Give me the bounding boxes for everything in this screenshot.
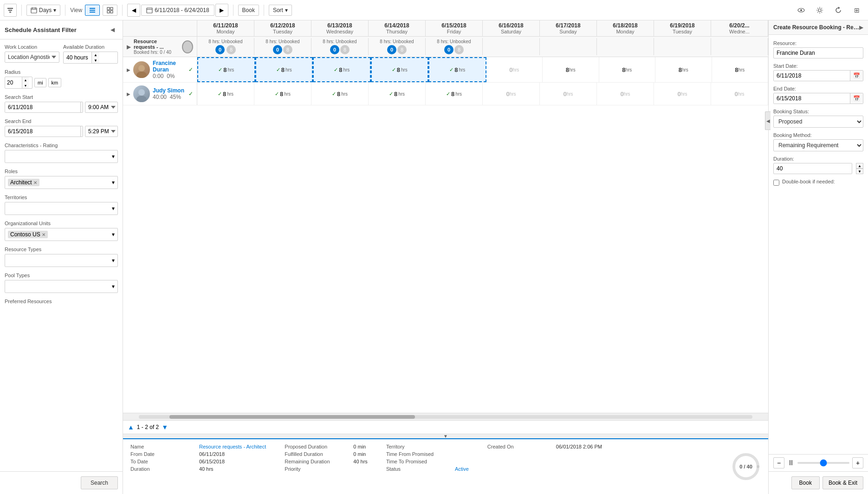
territories-input[interactable]: ▾ [5,202,118,215]
francine-expand-icon[interactable]: ▶ [127,67,130,72]
roles-input[interactable]: Architect ✕ ▾ [5,176,118,189]
mi-btn[interactable]: mi [34,78,46,87]
pool-types-input[interactable]: ▾ [5,280,118,293]
francine-cell-3[interactable]: ✓ 8 hrs [371,57,429,82]
horizontal-scrollbar[interactable] [123,413,768,420]
duration-up-btn[interactable]: ▲ [92,52,99,58]
resource-types-input[interactable]: ▾ [5,254,118,267]
list-view-btn[interactable] [85,5,100,16]
territories-dropdown-icon[interactable]: ▾ [112,205,115,212]
right-panel-collapse-btn[interactable]: ◀ [765,111,771,130]
roles-dropdown-icon[interactable]: ▾ [112,179,115,186]
duration-down-btn[interactable]: ▼ [92,58,99,63]
org-units-dropdown-icon[interactable]: ▾ [112,231,115,238]
double-book-checkbox[interactable] [773,180,779,186]
search-start-date-field[interactable] [5,102,80,112]
roles-tag-close[interactable]: ✕ [33,180,37,185]
francine-cell-0[interactable]: ✓ 8 hrs [197,57,255,82]
booking-method-select[interactable]: Remaining Requirement Full Requirement C… [773,139,863,151]
scroll-thumb[interactable] [169,415,415,419]
org-units-label: Organizational Units [5,221,118,226]
end-date-cal-btn[interactable]: 📅 [850,93,863,104]
page-next-btn[interactable]: ▼ [162,423,168,431]
info-created-label: Created On [487,444,552,449]
end-date-field[interactable] [774,93,850,104]
judy-cell-8[interactable]: 0 hrs [654,83,711,105]
search-start-cal-icon[interactable]: 📅 [80,102,83,112]
francine-cell-6[interactable]: 8 hrs [543,57,599,82]
francine-cell-4[interactable]: ✓ 8 hrs [428,57,486,82]
zoom-minus-btn[interactable]: − [773,457,784,468]
zoom-plus-btn[interactable]: + [852,457,863,468]
judy-cell-5[interactable]: 0 hrs [483,83,540,105]
radius-input[interactable] [5,78,22,88]
sort-btn[interactable]: Sort ▾ [269,5,292,16]
francine-cell-9[interactable]: 8 hrs [712,57,769,82]
date-col-7: 6/18/2018 Monday [597,20,654,36]
info-status-value[interactable]: Active [455,466,469,472]
search-end-cal-icon[interactable]: 📅 [80,126,83,136]
radius-down-btn[interactable]: ▼ [22,83,29,88]
judy-cell-2[interactable]: ✓ 8 hrs [311,83,369,105]
search-end-date-field[interactable] [5,126,80,136]
book-exit-button[interactable]: Book & Exit [823,476,863,489]
search-start-date-input[interactable]: 📅 [5,102,83,113]
org-units-tag-close[interactable]: ✕ [42,232,45,237]
search-end-date-input[interactable]: 📅 [5,126,83,137]
grid-view-btn[interactable] [103,5,117,16]
francine-cell-1[interactable]: ✓ 8 hrs [255,57,313,82]
details-icon-btn[interactable]: ⊞ [849,3,864,18]
judy-cell-1[interactable]: ✓ 8 hrs [254,83,311,105]
settings-icon-btn[interactable] [812,3,827,18]
start-date-cal-btn[interactable]: 📅 [850,71,863,81]
end-date-input[interactable]: 📅 [773,93,863,104]
req-expand-icon[interactable]: ▶ [127,44,131,50]
duration-input[interactable] [773,163,852,174]
prev-date-btn[interactable]: ◀ [127,4,140,17]
page-prev-btn[interactable]: ▲ [128,423,134,431]
resource-value-text: Francine Duran [777,50,815,56]
book-btn-toolbar[interactable]: Book [238,5,259,16]
booking-status-select[interactable]: Proposed Hard Soft [773,116,863,128]
judy-cell-4[interactable]: ✓ 8 hrs [426,83,483,105]
start-date-field[interactable] [774,71,850,81]
start-date-input[interactable]: 📅 [773,70,863,81]
hrs-check-j0: ✓ [218,91,222,97]
judy-cell-7[interactable]: 0 hrs [597,83,654,105]
francine-cell-5[interactable]: 0 hrs [486,57,543,82]
sidebar-collapse-btn[interactable]: ◀ [107,24,118,35]
bottom-expand-handle[interactable]: ▼ [123,434,768,438]
radius-up-btn[interactable]: ▲ [22,77,29,83]
hrs-num-f0: 8 [223,66,227,73]
search-end-time-select[interactable]: 5:29 PM [85,126,118,137]
info-name-value[interactable]: Resource requests - Architect [199,444,266,449]
date-range-btn[interactable]: 6/11/2018 - 6/24/2018 [141,5,214,16]
characteristics-select[interactable] [8,153,112,160]
francine-cell-2[interactable]: ✓ 8 hrs [313,57,371,82]
days-btn[interactable]: Days ▾ [26,5,60,16]
judy-cell-0[interactable]: ✓ 8 hrs [197,83,254,105]
judy-cell-6[interactable]: 0 hrs [540,83,597,105]
duration-down-btn[interactable]: ▼ [856,169,863,174]
eye-icon-btn[interactable] [794,3,809,18]
book-button[interactable]: Book [791,476,820,489]
judy-cell-9[interactable]: 0 hrs [711,83,768,105]
next-date-btn[interactable]: ▶ [215,4,228,17]
right-panel-expand-btn[interactable]: ▶ [859,24,863,31]
zoom-slider[interactable] [797,462,849,464]
org-units-input[interactable]: Contoso US ✕ ▾ [5,228,118,241]
km-btn[interactable]: km [48,78,62,87]
francine-cell-7[interactable]: 8 hrs [599,57,656,82]
judy-cell-3[interactable]: ✓ 8 hrs [369,83,426,105]
resource-types-dropdown-icon[interactable]: ▾ [112,257,115,264]
francine-cell-8[interactable]: 8 hrs [655,57,712,82]
judy-expand-icon[interactable]: ▶ [127,91,130,97]
refresh-icon-btn[interactable] [831,3,846,18]
duration-up-btn[interactable]: ▲ [856,163,863,169]
search-button[interactable]: Search [81,476,118,489]
available-duration-input[interactable] [64,52,91,63]
pool-types-dropdown-icon[interactable]: ▾ [112,283,115,290]
work-location-select[interactable]: Location Agnostic [5,52,59,63]
zoom-pause-btn[interactable]: ⏸ [787,459,795,467]
search-start-time-select[interactable]: 9:00 AM [85,102,118,113]
